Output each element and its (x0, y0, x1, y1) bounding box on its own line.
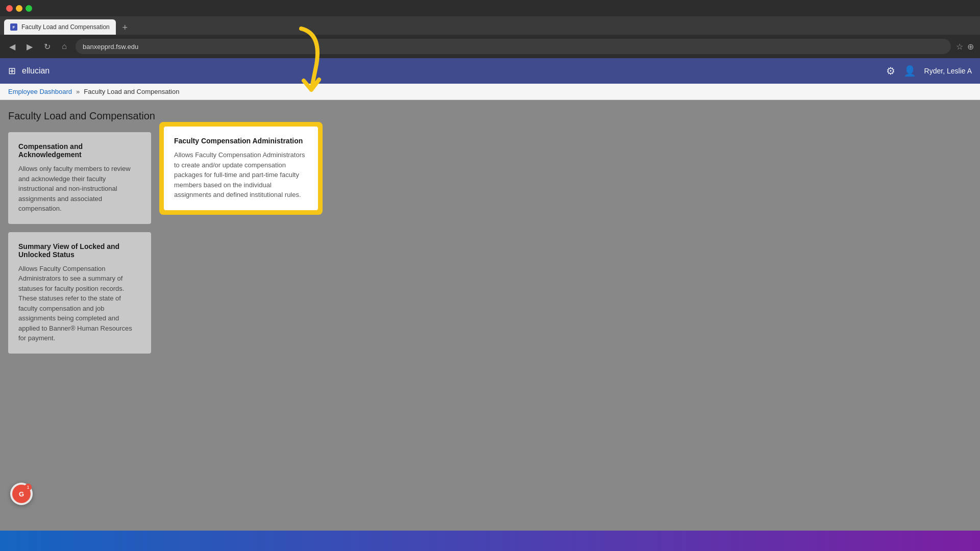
app-header-right: ⚙ 👤 Ryder, Leslie A (886, 65, 972, 77)
bookmark-icon[interactable]: ☆ (956, 42, 963, 52)
settings-icon[interactable]: ⚙ (886, 65, 895, 77)
faculty-compensation-admin-wrapper[interactable]: Faculty Compensation Administration Allo… (159, 122, 323, 215)
breadcrumb-current: Faculty Load and Compensation (84, 88, 179, 95)
minimize-button[interactable] (16, 5, 22, 12)
tab-title: Faculty Load and Compensation (21, 23, 110, 31)
back-button[interactable]: ◀ (6, 40, 18, 53)
footer-bar (0, 531, 980, 551)
card-description-faculty-admin: Allows Faculty Compensation Administrato… (174, 150, 308, 200)
app-header: ⊞ ellucian ⚙ 👤 Ryder, Leslie A (0, 58, 980, 84)
extensions-icon[interactable]: ⊕ (967, 42, 974, 52)
card-title-summary: Summary View of Locked and Unlocked Stat… (18, 242, 141, 259)
card-description-compensation: Allows only faculty members to review an… (18, 164, 141, 214)
close-button[interactable] (6, 5, 13, 12)
compensation-acknowledgement-card[interactable]: Compensation and Acknowledgement Allows … (8, 132, 151, 224)
address-input[interactable] (76, 39, 951, 54)
page-content: Faculty Load and Compensation Compensati… (0, 100, 980, 531)
card-title-faculty-admin: Faculty Compensation Administration (174, 137, 308, 145)
browser-tab-bar: F Faculty Load and Compensation + (0, 16, 980, 35)
left-cards: Compensation and Acknowledgement Allows … (8, 132, 151, 354)
maximize-button[interactable] (26, 5, 32, 12)
breadcrumb-bar: Employee Dashboard » Faculty Load and Co… (0, 84, 980, 100)
browser-actions: ☆ ⊕ (956, 42, 974, 52)
user-name: Ryder, Leslie A (924, 67, 972, 75)
page-title: Faculty Load and Compensation (8, 110, 972, 122)
faculty-compensation-admin-card[interactable]: Faculty Compensation Administration Allo… (164, 127, 318, 210)
active-tab[interactable]: F Faculty Load and Compensation (4, 19, 116, 35)
app-header-left: ⊞ ellucian (8, 65, 50, 77)
grammarly-badge[interactable]: G 1 (10, 483, 33, 505)
summary-view-card[interactable]: Summary View of Locked and Unlocked Stat… (8, 232, 151, 354)
breadcrumb-home-link[interactable]: Employee Dashboard (8, 88, 72, 95)
app-logo: ellucian (22, 66, 50, 76)
browser-titlebar (0, 0, 980, 16)
breadcrumb-separator: » (76, 88, 80, 95)
home-button[interactable]: ⌂ (58, 40, 70, 53)
browser-address-bar: ◀ ▶ ↻ ⌂ ☆ ⊕ (0, 35, 980, 58)
cards-area: Compensation and Acknowledgement Allows … (8, 132, 972, 354)
traffic-lights (6, 5, 32, 12)
forward-button[interactable]: ▶ (23, 40, 36, 53)
grammarly-notification-badge: 1 (24, 484, 32, 491)
refresh-button[interactable]: ↻ (41, 40, 53, 53)
card-title-compensation: Compensation and Acknowledgement (18, 142, 141, 159)
card-description-summary: Allows Faculty Compensation Administrato… (18, 264, 141, 343)
tab-favicon: F (10, 23, 17, 31)
new-tab-button[interactable]: + (118, 20, 132, 35)
grid-menu-icon[interactable]: ⊞ (8, 65, 16, 77)
user-icon[interactable]: 👤 (903, 65, 916, 77)
